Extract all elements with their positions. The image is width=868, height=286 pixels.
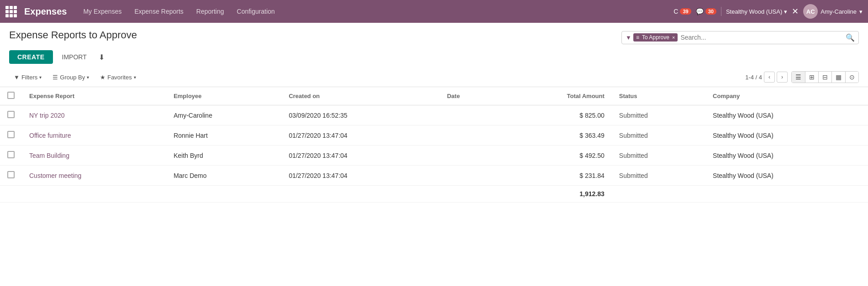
download-button[interactable]: ⬇ [96, 51, 107, 63]
filter-active-icon: ≡ [636, 34, 639, 41]
view-table-button[interactable]: ⊟ [819, 72, 832, 83]
row-created-on: 01/27/2020 13:47:04 [281, 166, 440, 186]
filters-label: Filters [21, 74, 37, 81]
total-empty-1 [0, 186, 22, 203]
filter-tag-close-icon[interactable]: × [672, 35, 675, 40]
menu-reporting[interactable]: Reporting [191, 5, 230, 18]
groupby-label: Group By [60, 74, 85, 81]
favorites-label: Favorites [107, 74, 132, 81]
col-header-expense-report[interactable]: Expense Report [22, 87, 166, 105]
pagination-prev-button[interactable]: ‹ [764, 72, 775, 83]
row-checkbox-1[interactable] [7, 131, 15, 138]
menu-configuration[interactable]: Configuration [231, 5, 280, 18]
search-bar: ▼ ≡ To Approve × 🔍 [621, 31, 859, 44]
col-header-total-amount[interactable]: Total Amount [499, 87, 612, 105]
row-employee: Amy-Caroline [166, 105, 281, 125]
user-name: Amy-Caroline [821, 8, 857, 15]
row-total-amount: $ 363.49 [499, 125, 612, 146]
row-total-amount: $ 492.50 [499, 146, 612, 166]
total-empty-5 [440, 186, 499, 203]
row-created-on: 01/27/2020 13:47:04 [281, 125, 440, 146]
company-selector[interactable]: Stealthy Wood (USA) ▾ [726, 8, 787, 15]
row-company: Stealthy Wood (USA) [705, 125, 868, 146]
row-status: Submitted [612, 125, 705, 146]
notification-count: 39 [680, 8, 691, 15]
avatar: AC [803, 4, 818, 19]
groupby-button[interactable]: ☰ Group By ▾ [48, 72, 94, 83]
filters-button[interactable]: ▼ Filters ▾ [9, 72, 46, 83]
search-input[interactable] [680, 34, 846, 41]
pagination-next-button[interactable]: › [777, 72, 788, 83]
view-kanban-button[interactable]: ⊞ [805, 72, 819, 83]
row-created-on: 01/27/2020 13:47:04 [281, 146, 440, 166]
row-status: Submitted [612, 146, 705, 166]
col-header-employee[interactable]: Employee [166, 87, 281, 105]
total-amount-value: 1,912.83 [499, 186, 612, 203]
apps-grid-icon[interactable] [5, 6, 17, 17]
star-icon: ★ [100, 74, 105, 81]
row-expense-report[interactable]: Team Building [22, 146, 166, 166]
row-expense-report[interactable]: Customer meeting [22, 166, 166, 186]
total-empty-3 [166, 186, 281, 203]
controls-row: ▼ Filters ▾ ☰ Group By ▾ ★ Favorites ▾ 1… [0, 68, 868, 87]
total-empty-4 [281, 186, 440, 203]
user-menu[interactable]: AC Amy-Caroline ▾ [803, 4, 863, 19]
create-button[interactable]: CREATE [9, 50, 53, 64]
col-header-company[interactable]: Company [705, 87, 868, 105]
row-company: Stealthy Wood (USA) [705, 166, 868, 186]
row-employee: Ronnie Hart [166, 125, 281, 146]
select-all-checkbox[interactable] [7, 92, 15, 99]
user-caret-icon: ▾ [859, 8, 863, 15]
row-checkbox-2[interactable] [7, 151, 15, 158]
col-header-created-on[interactable]: Created on [281, 87, 440, 105]
row-created-on: 03/09/2020 16:52:35 [281, 105, 440, 125]
close-icon[interactable]: ✕ [792, 6, 799, 16]
favorites-caret-icon: ▾ [134, 75, 136, 80]
controls-right: 1-4 / 4 ‹ › ☰ ⊞ ⊟ ▦ ⊙ [745, 71, 859, 83]
view-chart-button[interactable]: ▦ [832, 72, 846, 83]
view-toggle: ☰ ⊞ ⊟ ▦ ⊙ [791, 71, 859, 83]
top-navigation: Expenses My Expenses Expense Reports Rep… [0, 0, 868, 23]
view-list-button[interactable]: ☰ [792, 72, 805, 83]
filter-tag-to-approve: ≡ To Approve × [633, 33, 678, 42]
menu-expense-reports[interactable]: Expense Reports [129, 5, 189, 18]
col-header-date[interactable]: Date [440, 87, 499, 105]
company-caret-icon: ▾ [784, 8, 787, 15]
view-activity-button[interactable]: ⊙ [846, 72, 858, 83]
row-checkbox-0[interactable] [7, 111, 15, 118]
data-table-container: Expense Report Employee Created on Date … [0, 87, 868, 203]
favorites-button[interactable]: ★ Favorites ▾ [95, 72, 140, 83]
row-expense-report[interactable]: NY trip 2020 [22, 105, 166, 125]
filter-icon: ▼ [14, 74, 20, 81]
total-empty-2 [22, 186, 166, 203]
col-header-status[interactable]: Status [612, 87, 705, 105]
row-date [440, 166, 499, 186]
filter-funnel-icon: ▼ [626, 34, 631, 41]
menu-my-expenses[interactable]: My Expenses [78, 5, 127, 18]
messages-badge[interactable]: 💬 30 [696, 8, 716, 15]
row-expense-report[interactable]: Office furniture [22, 125, 166, 146]
import-button[interactable]: IMPORT [57, 50, 92, 64]
filter-tag-label: To Approve [642, 34, 669, 41]
table-row: NY trip 2020 Amy-Caroline 03/09/2020 16:… [0, 105, 868, 125]
page-header: Expense Reports to Approve ▼ ≡ To Approv… [0, 23, 868, 46]
messages-count: 30 [705, 8, 716, 15]
search-glass-icon[interactable]: 🔍 [846, 33, 855, 42]
row-checkbox-cell [0, 166, 22, 186]
page-title: Expense Reports to Approve [9, 29, 137, 41]
row-status: Submitted [612, 166, 705, 186]
table-header-row: Expense Report Employee Created on Date … [0, 87, 868, 105]
row-checkbox-3[interactable] [7, 171, 15, 178]
pagination: 1-4 / 4 ‹ › [745, 72, 788, 83]
notifications-badge[interactable]: C 39 [673, 8, 691, 15]
controls-left: ▼ Filters ▾ ☰ Group By ▾ ★ Favorites ▾ [9, 72, 141, 83]
notification-icon: C [673, 8, 678, 15]
pagination-text: 1-4 / 4 [745, 74, 762, 81]
row-date [440, 125, 499, 146]
table-total-row: 1,912.83 [0, 186, 868, 203]
table-row: Team Building Keith Byrd 01/27/2020 13:4… [0, 146, 868, 166]
row-checkbox-cell [0, 146, 22, 166]
app-brand-title: Expenses [24, 6, 67, 17]
row-total-amount: $ 825.00 [499, 105, 612, 125]
row-date [440, 146, 499, 166]
